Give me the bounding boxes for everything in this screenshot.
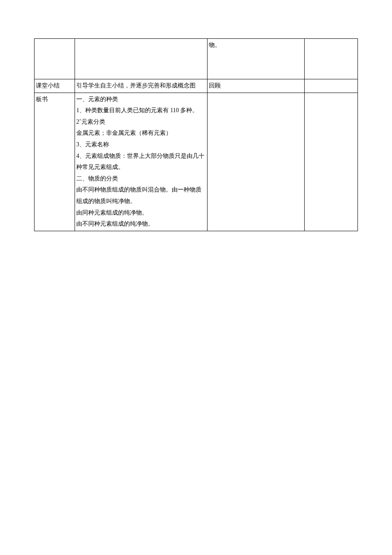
cell-r2c2: 引导学生自主小结，并逐步完善和形成概念图	[75, 79, 207, 93]
cell-r1c2	[75, 39, 207, 79]
table-row: 物。	[35, 39, 358, 79]
cell-r3c4	[304, 93, 357, 231]
table-row: 课堂小结 引导学生自主小结，并逐步完善和形成概念图 回顾	[35, 79, 358, 93]
cell-r1c1	[35, 39, 75, 79]
cell-r1c3: 物。	[208, 39, 305, 79]
cell-r3c3	[208, 93, 305, 231]
cell-r1c4	[304, 39, 357, 79]
cell-r2c4	[304, 79, 357, 93]
document-page: 物。 课堂小结 引导学生自主小结，并逐步完善和形成概念图 回顾 板书 一、元素的…	[0, 0, 392, 231]
table-row: 板书 一、元素的种类1、种类数量目前人类已知的元素有 110 多种。2ˆ元素分类…	[35, 93, 358, 231]
lesson-table: 物。 课堂小结 引导学生自主小结，并逐步完善和形成概念图 回顾 板书 一、元素的…	[34, 38, 358, 231]
cell-r2c3: 回顾	[208, 79, 305, 93]
cell-r3c2: 一、元素的种类1、种类数量目前人类已知的元素有 110 多种。2ˆ元素分类金属元…	[75, 93, 207, 231]
cell-r3c1: 板书	[35, 93, 75, 231]
cell-r2c1: 课堂小结	[35, 79, 75, 93]
